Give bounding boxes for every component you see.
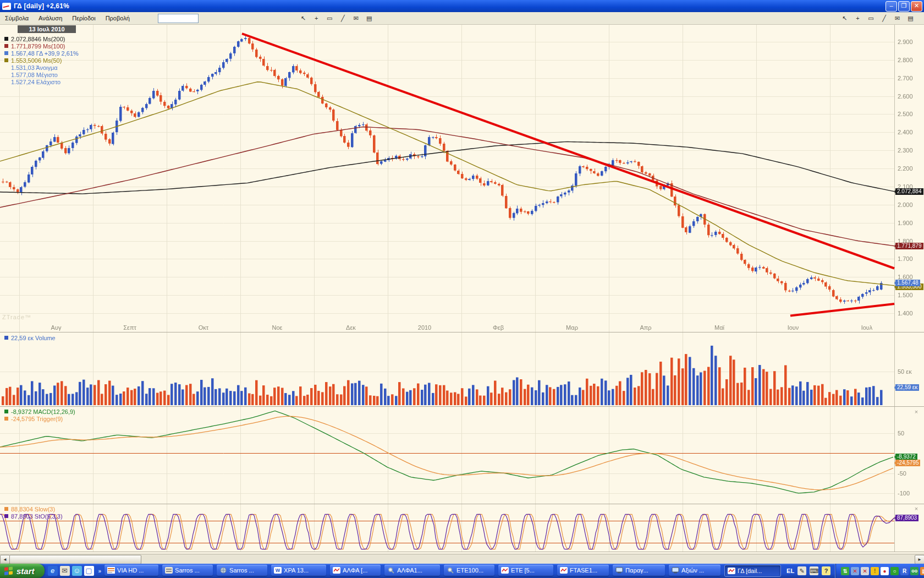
cursor-tool-icon[interactable]: ↖ <box>839 13 850 24</box>
y-axis-tick: -50 <box>898 470 906 477</box>
main-legend-row: 1.567,48 ΓΔ +39,9 2,61% <box>4 50 79 57</box>
trendline-tool-icon[interactable]: ╱ <box>878 13 890 24</box>
taskbar-button-label: FTASE1... <box>570 567 597 574</box>
legend-label: 1.527,24 Ελάχιστο <box>11 79 61 85</box>
y-axis-tick: 50 <box>898 430 904 437</box>
legend-marker <box>4 336 8 340</box>
envelope-tool-icon[interactable]: ✉ <box>350 13 362 24</box>
price-tag: 1.567,48 <box>895 280 920 286</box>
taskbar: start e✉☺▢ » VIA HD ...Sarros ...Sarros … <box>0 564 924 578</box>
chart-icon <box>728 568 735 574</box>
symbol-combo-input[interactable] <box>158 14 199 23</box>
x-axis-month-label: Φεβ <box>493 324 504 331</box>
legend-label: 1.577,08 Μέγιστο <box>11 72 58 78</box>
tray-antivirus-eyes-icon[interactable]: ʘʘ <box>910 567 919 575</box>
save-tool-icon[interactable]: ▤ <box>905 13 916 24</box>
crosshair-tool-icon[interactable]: + <box>311 13 322 24</box>
legend-marker <box>4 44 8 48</box>
maximize-button[interactable]: ❐ <box>898 1 910 12</box>
legend-label: 87,8903 StO(5,3,3) <box>11 513 63 520</box>
y-axis-tick: 1.500 <box>898 292 913 298</box>
legend-marker <box>4 417 8 421</box>
taskbar-button-γδ-dail-[interactable]: ΓΔ [dail... <box>724 565 781 577</box>
help-icon[interactable]: ? <box>822 566 831 575</box>
title-bar: ΓΔ [daily] +2,61% – ❐ ✕ <box>0 0 924 12</box>
quick-launch-overflow-chevron[interactable]: » <box>98 568 102 574</box>
tray-disconnect-red-icon[interactable]: ✕ <box>861 567 869 575</box>
y-axis-tick: 2.500 <box>898 111 913 117</box>
globe-icon <box>219 567 227 574</box>
start-button[interactable]: start <box>0 564 45 578</box>
mail-launcher-icon[interactable]: ✉ <box>60 566 70 576</box>
pen-input-icon[interactable]: ✎ <box>798 566 806 575</box>
cursor-tool-icon[interactable]: ↖ <box>298 13 309 24</box>
scroll-right-arrow[interactable]: ► <box>915 555 924 564</box>
legend-label: 22,59 εκ Volume <box>11 335 56 341</box>
taskbar-button-αλφα1-[interactable]: ΑΛΦΑ1... <box>384 565 440 576</box>
save-tool-icon[interactable]: ▤ <box>364 13 375 24</box>
envelope-tool-icon[interactable]: ✉ <box>892 13 903 24</box>
language-bar: EL ✎⌨? <box>787 566 831 575</box>
macd-panel-close-icon[interactable]: × <box>913 408 920 415</box>
menu-analysis[interactable]: Ανάλυση <box>34 13 67 23</box>
legend-label: -24,5795 Trigger(9) <box>11 416 63 422</box>
language-indicator[interactable]: EL <box>787 568 794 574</box>
taskbar-button-ftase1-[interactable]: FTASE1... <box>557 565 609 576</box>
price-tag: -8,9372 <box>895 454 917 460</box>
zoom-window-tool-icon[interactable]: ▭ <box>865 13 877 24</box>
windows-flag-icon <box>4 566 14 576</box>
taskbar-button-label: Sarros ... <box>175 567 200 574</box>
keyboard-input-icon[interactable]: ⌨ <box>810 566 818 575</box>
tray-audio-device-icon[interactable]: R <box>900 567 909 575</box>
crosshair-tool-icon[interactable]: + <box>852 13 864 24</box>
taskbar-button-sarros-[interactable]: Sarros ... <box>217 565 267 576</box>
tray-messenger-offline-icon[interactable]: ✕ <box>851 567 859 575</box>
tray-mail-notifier-icon[interactable]: ● <box>881 567 889 575</box>
price-chart-canvas[interactable] <box>0 24 924 554</box>
taskbar-button-xpa-13-[interactable]: WXPA 13... <box>271 565 326 576</box>
taskbar-button-via-hd-[interactable]: VIA HD ... <box>105 565 158 576</box>
via-icon <box>107 567 115 574</box>
minimize-button[interactable]: – <box>886 1 897 12</box>
legend-label: 1.771,8799 Μs(100) <box>11 43 65 50</box>
tray-green-ring-icon[interactable]: ○ <box>890 567 899 575</box>
window-title: ΓΔ [daily] +2,61% <box>14 2 69 10</box>
internet-explorer-icon[interactable]: e <box>48 566 58 576</box>
messenger-icon[interactable]: ☺ <box>72 566 82 576</box>
taskbar-button-αξι-ν-[interactable]: Αξιών ... <box>669 565 721 576</box>
scroll-left-arrow[interactable]: ◄ <box>0 555 10 564</box>
price-tag: 2.072,884 <box>895 188 923 195</box>
menu-view[interactable]: Προβολή <box>101 13 135 23</box>
legend-label: -8,9372 MACD(12,26,9) <box>11 408 75 415</box>
legend-marker <box>4 51 8 55</box>
menu-periods[interactable]: Περίοδοι <box>67 13 100 23</box>
show-desktop-icon[interactable]: ▢ <box>84 566 94 576</box>
legend-marker <box>4 507 8 511</box>
watermark: ZTrade™ <box>2 314 31 320</box>
tray-security-shield-icon[interactable]: ! <box>871 567 879 575</box>
stochastic-legend-row: 87,8903 StO(5,3,3) <box>4 512 63 520</box>
main-legend-row: 1.527,24 Ελάχιστο <box>4 78 61 85</box>
stochastic-panel-close-icon[interactable]: × <box>913 505 920 512</box>
taskbar-button-ετε-5-[interactable]: ΕΤΕ [5... <box>498 565 553 576</box>
menu-symbols[interactable]: Σύμβολα <box>0 13 34 23</box>
horizontal-scrollbar[interactable]: ◄ ► <box>0 554 924 564</box>
quick-launch-bar: e✉☺▢ <box>45 566 97 576</box>
tray-sync-green-icon[interactable]: ⇅ <box>841 567 849 575</box>
price-tag: 87,8903 <box>895 515 919 521</box>
tray-app-orange-icon[interactable]: ▦ <box>920 567 924 575</box>
zoom-window-tool-icon[interactable]: ▭ <box>324 13 336 24</box>
taskbar-button-sarros-[interactable]: Sarros ... <box>162 565 213 576</box>
legend-label: 2.072,8846 Μs(200) <box>11 36 65 42</box>
x-axis-month-label: Ιουλ <box>861 324 873 331</box>
scrollbar-thumb[interactable] <box>9 555 141 564</box>
x-axis-month-label: Απρ <box>640 324 651 331</box>
taskbar-button-παραγ-[interactable]: Παραγ... <box>613 565 665 576</box>
legend-marker <box>4 410 8 413</box>
main-legend-row: 2.072,8846 Μs(200) <box>4 35 65 42</box>
taskbar-button-αλφα-[interactable]: ΑΛΦΑ [... <box>330 565 381 576</box>
chart-region: 13 Ιουλ 2010 2.072,8846 Μs(200)1.771,879… <box>0 24 924 554</box>
close-button[interactable]: ✕ <box>911 1 922 12</box>
taskbar-button-ετε100-[interactable]: ΕΤΕ100... <box>444 565 494 576</box>
trendline-tool-icon[interactable]: ╱ <box>337 13 349 24</box>
